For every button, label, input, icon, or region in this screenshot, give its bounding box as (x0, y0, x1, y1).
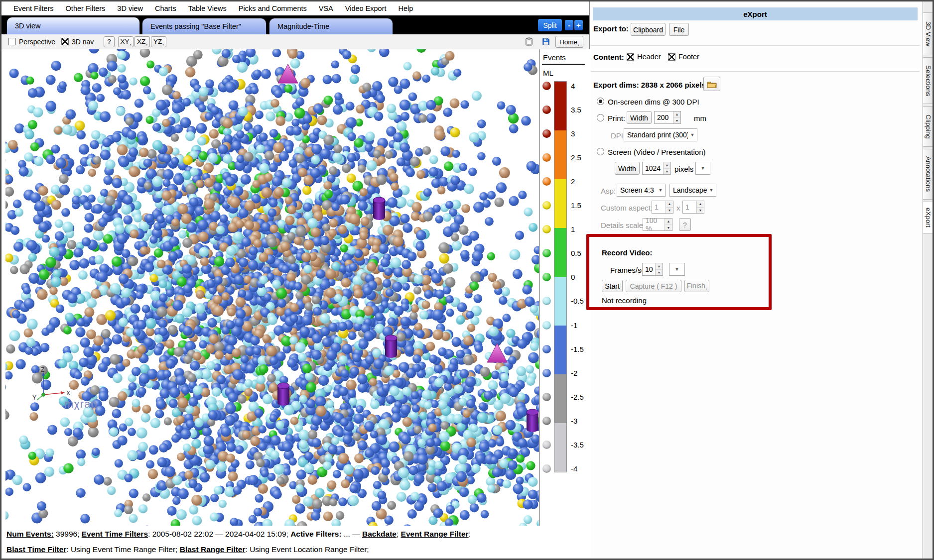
legend-dot (542, 345, 551, 353)
side-tab-selections[interactable]: Selections (923, 57, 934, 104)
header-checkbox[interactable]: Header (627, 53, 661, 61)
xz-view-button[interactable]: XZ, (134, 36, 150, 47)
aspect-ratio-dropdown[interactable]: Screen 4:3 ▼ (617, 184, 666, 197)
checkbox-checked-icon (627, 53, 634, 61)
menu-table-views[interactable]: Table Views (182, 4, 233, 12)
screen-radio[interactable] (597, 148, 604, 155)
spin-up-icon[interactable]: ▲ (656, 263, 663, 270)
spin-down-icon[interactable]: ▼ (656, 270, 663, 276)
status-bar: Num Events: 39996; Event Time Filters: 2… (1, 526, 590, 559)
yz-label: YZ (153, 38, 162, 45)
tab-label: Magnitude-Time (277, 22, 329, 30)
footer-checkbox[interactable]: Footer (668, 53, 699, 61)
status-segment: Backdate (362, 530, 397, 538)
scatter-canvas[interactable] (5, 49, 539, 526)
perspective-checkbox[interactable]: Perspective (8, 38, 55, 46)
home-label: Home (559, 38, 577, 46)
screen-width-spinner[interactable]: 1024 ▲▼ (642, 162, 671, 175)
screen-width-mode-button[interactable]: Width (615, 162, 640, 175)
spin-up-icon[interactable]: ▲ (673, 112, 680, 118)
chevron-down-icon: ▼ (707, 188, 716, 193)
print-width-mode-button[interactable]: Width (627, 111, 652, 124)
xz-label: XZ (137, 38, 145, 45)
details-help-button[interactable]: ? (679, 218, 691, 231)
menu-charts[interactable]: Charts (149, 4, 182, 12)
remove-view-button[interactable]: - (565, 20, 573, 30)
fps-value: 10 (643, 263, 655, 275)
blast-cylinder-marker (527, 409, 538, 432)
orientation-dropdown[interactable]: Landscape ▼ (669, 184, 716, 197)
file-export-button[interactable]: File (669, 23, 689, 36)
open-dims-folder-button[interactable] (703, 77, 720, 91)
side-tab-clipping[interactable]: Clipping (923, 106, 934, 147)
finish-recording-button[interactable]: Finish, (684, 280, 709, 292)
copy-to-clipboard-button[interactable] (523, 36, 535, 48)
custom-aspect-y-spinner[interactable]: 1 ▲▼ (682, 201, 704, 214)
menu-3d-view[interactable]: 3D view (111, 4, 149, 12)
menu-help[interactable]: Help (393, 4, 419, 12)
spin-down-icon[interactable]: ▼ (665, 225, 672, 231)
spin-up-icon[interactable]: ▲ (697, 201, 704, 208)
dpi-dropdown[interactable]: Standard print (300) ▼ (624, 128, 697, 141)
menu-video-export[interactable]: Video Export (339, 4, 393, 12)
print-radio[interactable] (597, 114, 604, 121)
spin-up-icon[interactable]: ▲ (664, 162, 670, 169)
spin-up-icon[interactable]: ▲ (666, 201, 673, 208)
folder-icon (707, 81, 717, 88)
tab-3d-view[interactable]: 3D view (6, 17, 140, 34)
clipboard-export-button[interactable]: Clipboard (631, 23, 666, 36)
start-recording-button[interactable]: Start (602, 280, 623, 292)
xy-view-button[interactable]: XY, (118, 36, 133, 47)
split-button[interactable]: Split (538, 19, 562, 31)
spin-up-icon[interactable]: ▲ (665, 219, 672, 225)
spin-down-icon[interactable]: ▼ (673, 118, 680, 124)
menu-other-filters[interactable]: Other Filters (60, 4, 112, 12)
legend-tick-label: 1.5 (571, 201, 581, 210)
fps-preset-dropdown[interactable]: ▼ (669, 263, 685, 276)
menu-mark-icon: , (130, 41, 132, 45)
side-tab-3d-view[interactable]: 3D View (923, 12, 934, 55)
home-button[interactable]: Home, (555, 36, 583, 48)
onscreen-dims-radio[interactable] (597, 98, 604, 105)
status-segment: : (469, 530, 471, 538)
export-dims-label: Export dims: 2838 x 2066 pixels (593, 81, 706, 89)
menu-picks-and-comments[interactable]: Picks and Comments (233, 4, 313, 12)
legend-units: ML (542, 65, 588, 77)
side-tab-export[interactable]: eXport (923, 202, 934, 233)
blast-cylinder-marker (277, 383, 289, 406)
spin-down-icon[interactable]: ▼ (697, 208, 704, 214)
tab-magnitude-time[interactable]: Magnitude-Time (269, 18, 393, 34)
tab-events-base-filter[interactable]: Events passing "Base Filter" (142, 18, 267, 34)
orientation-value: Landscape (670, 186, 707, 194)
main-area: Event Filters Other Filters 3D view Char… (1, 1, 590, 559)
legend-tick-label: 2.5 (571, 153, 581, 162)
yz-view-button[interactable]: YZ, (151, 36, 166, 47)
capture-frame-button[interactable]: Capture ( F12 ) (626, 280, 681, 292)
tab-label: Events passing "Base Filter" (150, 22, 241, 30)
print-width-spinner[interactable]: 200 ▲▼ (654, 111, 681, 124)
3d-nav-checkbox[interactable]: 3D nav (61, 38, 94, 46)
spin-down-icon[interactable]: ▼ (664, 169, 670, 175)
legend-dot (542, 249, 551, 257)
legend-dot (542, 464, 551, 473)
pixels-dropdown-button[interactable]: ▼ (695, 162, 710, 175)
checkbox-box-icon (8, 38, 16, 45)
fps-spinner[interactable]: 10 ▲▼ (642, 263, 663, 276)
details-scale-spinner[interactable]: 100 % ▲▼ (643, 218, 672, 231)
tab-label: 3D view (15, 22, 41, 30)
custom-aspect-x-spinner[interactable]: 1 ▲▼ (652, 201, 673, 214)
menu-event-filters[interactable]: Event Filters (7, 4, 60, 12)
save-button[interactable] (539, 36, 552, 48)
legend-tick-label: -1 (571, 321, 577, 330)
status-segment: ... — (342, 530, 362, 538)
chevron-down-icon: ▼ (656, 188, 665, 193)
help-button[interactable]: ? (104, 36, 115, 47)
legend-tick-label: 0.5 (571, 249, 581, 257)
side-tab-annotations[interactable]: Annotations (923, 149, 934, 200)
3d-event-view[interactable]: Z X Y mχrap (5, 49, 539, 526)
add-view-button[interactable]: + (574, 20, 583, 30)
menu-vsa[interactable]: VSA (313, 4, 339, 12)
legend-dot (542, 273, 551, 281)
spin-down-icon[interactable]: ▼ (666, 208, 673, 214)
tab-bar: 3D view Events passing "Base Filter" Mag… (1, 15, 589, 34)
